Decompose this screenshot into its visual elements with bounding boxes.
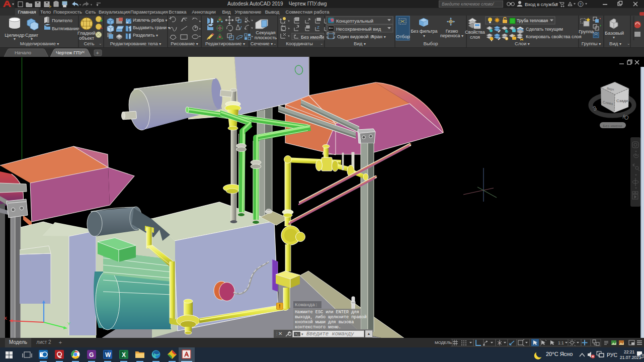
svg-text:Без имени: Без имени <box>603 124 622 128</box>
svg-text:7: 7 <box>641 354 643 358</box>
svg-text:22:21: 22:21 <box>624 349 635 354</box>
svg-text:Труба тепловая: Труба тепловая <box>517 18 548 23</box>
svg-text:Y: Y <box>67 321 70 326</box>
svg-text:Сзади: Сзади <box>616 99 628 103</box>
svg-text:РУС: РУС <box>607 352 617 358</box>
svg-text:+: + <box>96 50 99 56</box>
svg-text:G: G <box>89 351 94 358</box>
svg-text:?: ? <box>580 2 582 7</box>
svg-text:Вход в службы: Вход в службы <box>525 2 558 7</box>
svg-text:X: X <box>4 316 7 321</box>
svg-text:1:1: 1:1 <box>558 340 564 345</box>
svg-text:Z: Z <box>317 25 319 30</box>
svg-text:X: X <box>122 351 126 358</box>
svg-text:W: W <box>105 351 111 358</box>
